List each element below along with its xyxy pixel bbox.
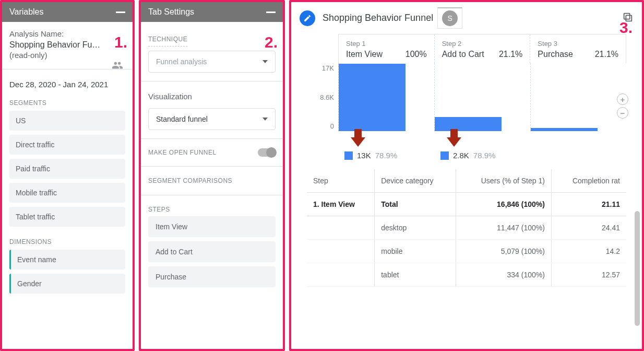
tab-extra[interactable]: S [437,7,462,29]
settings-header: Tab Settings [141,2,283,22]
chevron-down-icon [263,60,268,63]
variables-panel: 1. Variables Analysis Name: Shopping Beh… [0,0,135,351]
step-percent: 100% [406,50,427,59]
dimensions-title: DIMENSIONS [9,231,125,250]
step-name: Purchase [538,50,573,59]
segment-chip[interactable]: Direct traffic [9,135,125,155]
collapse-icon[interactable] [116,11,125,13]
step-number: Step 1 [346,40,427,48]
funnel-bar-chart: 17K 8.6K 0 + − [307,63,626,131]
visualization-select[interactable]: Standard funnel [148,108,276,130]
step-name: Item View [346,50,383,59]
scrollbar[interactable] [635,211,640,326]
open-funnel-toggle[interactable] [258,148,276,157]
dropoff-arrow-icon [351,137,365,147]
segment-chip[interactable]: US [9,111,125,131]
zoom-in-icon[interactable]: + [617,93,628,105]
table-header[interactable]: Users (% of Step 1) [456,169,552,193]
segment-chip[interactable]: Mobile traffic [9,183,125,203]
cell-completion: 21.11 [551,193,626,216]
collapse-icon[interactable] [266,11,276,13]
cell-users: 5,079 (100%) [456,240,552,263]
variables-title: Variables [9,7,44,17]
share-icon[interactable] [112,60,123,73]
cell-completion: 24.41 [551,216,626,240]
table-header[interactable]: Device category [375,169,456,193]
variables-header: Variables [2,2,133,22]
edit-icon[interactable] [300,10,315,26]
technique-select[interactable]: Funnel analysis [148,51,276,73]
callout-2: 2. [265,33,278,51]
analysis-name-value[interactable]: Shopping Behavior Fu… [9,40,125,50]
funnel-step[interactable]: Item View [148,216,276,237]
s-badge: S [442,10,458,26]
steps-title: STEPS [148,200,276,216]
dimension-chip[interactable]: Gender [9,274,125,294]
chevron-down-icon [263,118,268,121]
dropoff-percent: 78.9% [473,151,496,160]
technique-title: TECHNIQUE [148,29,187,46]
open-funnel-title: MAKE OPEN FUNNEL [148,149,217,156]
step-name: Add to Cart [442,50,484,59]
table-row[interactable]: mobile 5,079 (100%) 14.2 [307,240,626,263]
funnel-steps-header: Step 1 Item View 100% Step 2 Add to Cart… [338,34,626,63]
cell-category: mobile [375,240,456,263]
ytick: 0 [307,122,334,130]
cell-users: 334 (100%) [456,263,552,287]
segment-comparisons-title: SEGMENT COMPARISONS [148,171,276,188]
legend-swatch [440,151,449,160]
dropoff-count: 2.8K [453,151,469,160]
step-number: Step 3 [538,40,618,48]
main-canvas: 3. Shopping Behavior Funnel S Step 1 Ite… [289,0,644,351]
table-total-row[interactable]: 1. Item View Total 16,846 (100%) 21.11 [307,193,626,216]
callout-1: 1. [114,33,127,51]
cell-users: 11,447 (100%) [456,216,552,240]
readonly-hint: (read-only) [9,51,125,60]
cell-category: desktop [375,216,456,240]
cell-category: Total [375,193,456,216]
step-number: Step 2 [442,40,523,48]
step-percent: 21.1% [499,50,522,59]
ytick: 8.6K [307,93,334,101]
cell-users: 16,846 (100%) [456,193,552,216]
cell-step: 1. Item View [307,193,375,216]
table-header[interactable]: Step [307,169,375,193]
funnel-step[interactable]: Add to Cart [148,241,276,262]
segment-chip[interactable]: Paid traffic [9,159,125,179]
ytick: 17K [307,64,334,72]
dimension-chip[interactable]: Event name [9,250,125,270]
segment-chip[interactable]: Tablet traffic [9,207,125,227]
visualization-value: Standard funnel [156,115,208,123]
table-row[interactable]: tablet 334 (100%) 12.57 [307,263,626,287]
table-row[interactable]: desktop 11,447 (100%) 24.41 [307,216,626,240]
step-percent: 21.1% [595,50,618,59]
dropoff-arrow-icon [447,137,461,147]
callout-3: 3. [619,19,633,37]
technique-value: Funnel analysis [156,57,207,66]
funnel-step[interactable]: Purchase [148,266,276,287]
tab-settings-panel: 2. Tab Settings TECHNIQUE Funnel analysi… [139,0,285,351]
analysis-name-label: Analysis Name: [9,29,125,38]
cell-category: tablet [375,263,456,287]
dropoff-percent: 78.9% [375,151,398,160]
zoom-out-icon[interactable]: − [617,107,628,119]
visualization-title: Visualization [148,86,276,104]
funnel-data-table: Step Device category Users (% of Step 1)… [307,169,626,287]
dropoff-count: 13K [357,151,371,160]
tab-title[interactable]: Shopping Behavior Funnel [323,13,433,24]
dropoff-row: 13K 78.9% 2.8K 78.9% [338,131,626,160]
segments-title: SEGMENTS [9,92,125,111]
table-header[interactable]: Completion rat [551,169,626,193]
legend-swatch [344,151,353,160]
settings-title: Tab Settings [148,7,194,17]
cell-completion: 12.57 [551,263,626,287]
date-range[interactable]: Dec 28, 2020 - Jan 24, 2021 [9,79,125,92]
cell-completion: 14.2 [551,240,626,263]
